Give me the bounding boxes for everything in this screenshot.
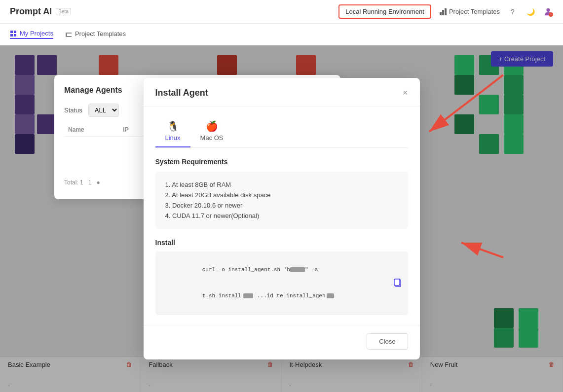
- copy-button[interactable]: [393, 278, 402, 289]
- system-requirements-title: System Requirements: [155, 158, 408, 166]
- svg-rect-0: [440, 12, 442, 15]
- my-projects-nav[interactable]: My Projects: [10, 30, 53, 39]
- svg-rect-1: [442, 10, 444, 15]
- svg-point-3: [546, 8, 550, 11]
- redacted-2: [243, 293, 253, 298]
- project-templates-sub-nav[interactable]: Project Templates: [65, 30, 126, 38]
- requirements-list: 1. At least 8GB of RAM 2. At least 20GB …: [165, 179, 398, 221]
- user-icon-svg: !: [543, 6, 553, 17]
- local-env-button[interactable]: Local Running Environment: [338, 4, 431, 19]
- svg-rect-12: [66, 36, 72, 37]
- svg-text:!: !: [551, 13, 552, 17]
- tab-macos[interactable]: 🍎 Mac OS: [190, 116, 233, 147]
- requirement-2: 2. At least 20GB available disk space: [165, 190, 398, 200]
- grid-icon: [10, 30, 17, 37]
- templates-icon: [65, 31, 72, 37]
- tab-linux[interactable]: 🐧 Linux: [155, 116, 190, 147]
- requirement-4: 4. CUDA 11.7 or newer(Optional): [165, 211, 398, 221]
- requirements-box: 1. At least 8GB of RAM 2. At least 20GB …: [155, 172, 408, 229]
- os-tabs: 🐧 Linux 🍎 Mac OS: [155, 116, 408, 148]
- modal-body: 🐧 Linux 🍎 Mac OS System Requirements 1. …: [144, 107, 420, 325]
- modal-footer: Close: [144, 325, 420, 359]
- project-templates-nav[interactable]: Project Templates: [439, 8, 500, 16]
- project-templates-sub-label: Project Templates: [75, 30, 126, 37]
- apple-icon: 🍎: [206, 120, 218, 132]
- macos-tab-label: Mac OS: [200, 134, 224, 142]
- sub-navbar: My Projects Project Templates: [0, 24, 563, 45]
- svg-rect-7: [14, 31, 16, 33]
- svg-rect-2: [445, 8, 447, 15]
- svg-rect-8: [10, 34, 13, 36]
- requirement-3: 3. Docker 20.10.6 or newer: [165, 200, 398, 211]
- theme-toggle-icon[interactable]: 🌙: [525, 7, 535, 17]
- redacted-3: [327, 293, 334, 298]
- my-projects-label: My Projects: [20, 30, 53, 37]
- code-line-2: t.sh install...id te install_agen: [163, 284, 400, 310]
- modal-close-button[interactable]: Close: [367, 333, 408, 350]
- modal-close-x[interactable]: ×: [403, 88, 408, 98]
- linux-icon: 🐧: [167, 120, 179, 132]
- modal-header: Install Agent ×: [144, 78, 420, 107]
- code-line-1: curl -o install_agent.sh 'h" -a: [163, 257, 400, 284]
- svg-rect-9: [14, 34, 16, 36]
- copy-icon: [393, 278, 402, 287]
- navbar-left: Prompt AI Beta: [10, 6, 71, 17]
- beta-badge: Beta: [56, 8, 71, 15]
- svg-rect-6: [10, 31, 13, 33]
- modal-title: Install Agent: [155, 88, 208, 98]
- navbar-right: Local Running Environment Project Templa…: [338, 4, 553, 19]
- linux-tab-label: Linux: [165, 134, 181, 142]
- navbar: Prompt AI Beta Local Running Environment…: [0, 0, 563, 24]
- redacted-1: [290, 267, 305, 272]
- app-logo: Prompt AI: [10, 6, 52, 17]
- install-code-box: curl -o install_agent.sh 'h" -a t.sh ins…: [155, 251, 408, 316]
- install-section-title: Install: [155, 239, 408, 247]
- svg-rect-14: [394, 279, 400, 285]
- chart-icon: [439, 8, 447, 16]
- main-content: + Create Project Manage Agents × Status …: [0, 45, 563, 392]
- project-templates-label: Project Templates: [449, 8, 500, 15]
- install-agent-modal: Install Agent × 🐧 Linux 🍎 Mac OS System: [144, 78, 420, 360]
- modal-backdrop: Install Agent × 🐧 Linux 🍎 Mac OS System: [0, 45, 563, 392]
- help-icon[interactable]: ?: [508, 7, 518, 17]
- requirement-1: 1. At least 8GB of RAM: [165, 179, 398, 190]
- user-avatar-icon[interactable]: !: [543, 7, 553, 17]
